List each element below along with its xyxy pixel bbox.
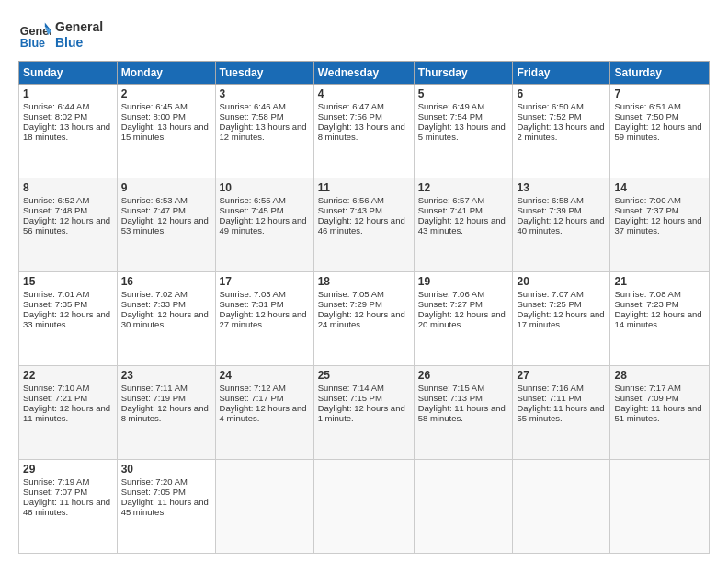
col-sunday: Sunday (19, 62, 118, 85)
day-info: Sunrise: 7:20 AM (121, 477, 211, 487)
day-info: Sunrise: 6:49 AM (418, 101, 509, 111)
calendar-cell: 5Sunrise: 6:49 AMSunset: 7:54 PMDaylight… (414, 85, 513, 178)
day-info: Daylight: 11 hours and 55 minutes. (517, 403, 606, 423)
day-info: Sunset: 7:29 PM (318, 299, 410, 309)
day-info: Sunset: 7:43 PM (318, 205, 410, 215)
day-info: Sunrise: 6:45 AM (121, 101, 211, 111)
day-info: Sunrise: 6:47 AM (318, 101, 410, 111)
logo-general: General (55, 19, 103, 35)
day-info: Sunset: 7:11 PM (517, 393, 606, 403)
day-info: Sunset: 7:15 PM (318, 393, 410, 403)
day-number: 2 (121, 87, 211, 100)
calendar-week-row: 8Sunrise: 6:52 AMSunset: 7:48 PMDaylight… (19, 178, 710, 272)
header: General Blue General Blue (18, 18, 710, 52)
day-number: 30 (121, 463, 211, 476)
day-info: Sunrise: 7:08 AM (614, 289, 705, 299)
day-info: Sunset: 7:31 PM (220, 299, 310, 309)
day-info: Sunset: 7:27 PM (418, 299, 509, 309)
day-info: Sunrise: 7:15 AM (418, 383, 509, 393)
day-info: Daylight: 11 hours and 45 minutes. (121, 497, 211, 517)
day-info: Sunset: 7:35 PM (23, 299, 113, 309)
day-info: Sunset: 7:45 PM (220, 205, 310, 215)
day-info: Daylight: 12 hours and 11 minutes. (23, 403, 113, 423)
day-number: 21 (614, 275, 705, 288)
day-info: Sunset: 7:25 PM (517, 299, 606, 309)
day-info: Daylight: 12 hours and 24 minutes. (318, 309, 410, 329)
day-info: Sunrise: 6:58 AM (517, 195, 606, 205)
day-info: Sunrise: 6:56 AM (318, 195, 410, 205)
day-info: Daylight: 12 hours and 59 minutes. (614, 121, 705, 142)
calendar-week-row: 29Sunrise: 7:19 AMSunset: 7:07 PMDayligh… (19, 460, 710, 554)
day-info: Sunrise: 7:10 AM (23, 383, 113, 393)
day-number: 15 (23, 275, 113, 288)
calendar-cell: 13Sunrise: 6:58 AMSunset: 7:39 PMDayligh… (513, 178, 610, 272)
day-info: Sunset: 7:56 PM (318, 111, 410, 121)
day-number: 25 (318, 369, 410, 382)
calendar-cell: 21Sunrise: 7:08 AMSunset: 7:23 PMDayligh… (610, 272, 710, 366)
day-info: Daylight: 12 hours and 30 minutes. (121, 309, 211, 329)
logo-blue: Blue (55, 35, 103, 51)
calendar-cell (414, 460, 513, 554)
calendar-cell: 16Sunrise: 7:02 AMSunset: 7:33 PMDayligh… (117, 272, 215, 366)
day-number: 9 (121, 181, 211, 194)
calendar-page: General Blue General Blue Sunday Monday … (0, 0, 728, 563)
calendar-cell: 8Sunrise: 6:52 AMSunset: 7:48 PMDaylight… (19, 178, 118, 272)
col-thursday: Thursday (414, 62, 513, 85)
day-number: 14 (614, 181, 705, 194)
day-info: Sunset: 7:05 PM (121, 487, 211, 497)
col-wednesday: Wednesday (313, 62, 414, 85)
day-number: 27 (517, 369, 606, 382)
calendar-cell: 25Sunrise: 7:14 AMSunset: 7:15 PMDayligh… (313, 366, 414, 460)
day-number: 13 (517, 181, 606, 194)
calendar-cell: 14Sunrise: 7:00 AMSunset: 7:37 PMDayligh… (610, 178, 710, 272)
day-info: Sunrise: 6:55 AM (220, 195, 310, 205)
day-number: 5 (418, 87, 509, 100)
day-number: 24 (220, 369, 310, 382)
day-number: 4 (318, 87, 410, 100)
day-info: Daylight: 12 hours and 1 minute. (318, 403, 410, 423)
day-info: Sunset: 8:02 PM (23, 111, 113, 121)
day-info: Sunrise: 7:11 AM (121, 383, 211, 393)
day-info: Sunrise: 7:14 AM (318, 383, 410, 393)
day-number: 22 (23, 369, 113, 382)
day-info: Daylight: 12 hours and 46 minutes. (318, 215, 410, 236)
day-info: Sunrise: 6:46 AM (220, 101, 310, 111)
col-monday: Monday (117, 62, 215, 85)
day-info: Daylight: 13 hours and 8 minutes. (318, 121, 410, 142)
day-info: Sunset: 7:37 PM (614, 205, 705, 215)
day-info: Sunrise: 7:05 AM (318, 289, 410, 299)
svg-text:Blue: Blue (20, 37, 45, 50)
day-info: Daylight: 12 hours and 49 minutes. (220, 215, 310, 236)
day-info: Daylight: 12 hours and 40 minutes. (517, 215, 606, 236)
day-number: 10 (220, 181, 310, 194)
day-info: Sunrise: 6:52 AM (23, 195, 113, 205)
day-info: Daylight: 13 hours and 15 minutes. (121, 121, 211, 142)
day-info: Sunrise: 7:16 AM (517, 383, 606, 393)
day-number: 18 (318, 275, 410, 288)
calendar-cell: 11Sunrise: 6:56 AMSunset: 7:43 PMDayligh… (313, 178, 414, 272)
day-number: 28 (614, 369, 705, 382)
day-number: 26 (418, 369, 509, 382)
day-info: Sunrise: 6:50 AM (517, 101, 606, 111)
calendar-cell: 15Sunrise: 7:01 AMSunset: 7:35 PMDayligh… (19, 272, 118, 366)
calendar-cell: 7Sunrise: 6:51 AMSunset: 7:50 PMDaylight… (610, 85, 710, 178)
day-info: Sunrise: 7:12 AM (220, 383, 310, 393)
day-info: Sunset: 7:17 PM (220, 393, 310, 403)
calendar-cell (513, 460, 610, 554)
day-info: Daylight: 12 hours and 17 minutes. (517, 309, 606, 329)
day-number: 6 (517, 87, 606, 100)
calendar-cell: 27Sunrise: 7:16 AMSunset: 7:11 PMDayligh… (513, 366, 610, 460)
day-info: Sunset: 7:23 PM (614, 299, 705, 309)
day-number: 23 (121, 369, 211, 382)
calendar-cell: 19Sunrise: 7:06 AMSunset: 7:27 PMDayligh… (414, 272, 513, 366)
day-info: Sunset: 7:07 PM (23, 487, 113, 497)
day-info: Sunset: 7:54 PM (418, 111, 509, 121)
day-info: Daylight: 11 hours and 51 minutes. (614, 403, 705, 423)
day-info: Daylight: 12 hours and 8 minutes. (121, 403, 211, 423)
calendar-cell (215, 460, 313, 554)
day-info: Sunrise: 7:06 AM (418, 289, 509, 299)
calendar-cell: 24Sunrise: 7:12 AMSunset: 7:17 PMDayligh… (215, 366, 313, 460)
calendar-cell: 17Sunrise: 7:03 AMSunset: 7:31 PMDayligh… (215, 272, 313, 366)
day-info: Daylight: 11 hours and 58 minutes. (418, 403, 509, 423)
day-number: 16 (121, 275, 211, 288)
